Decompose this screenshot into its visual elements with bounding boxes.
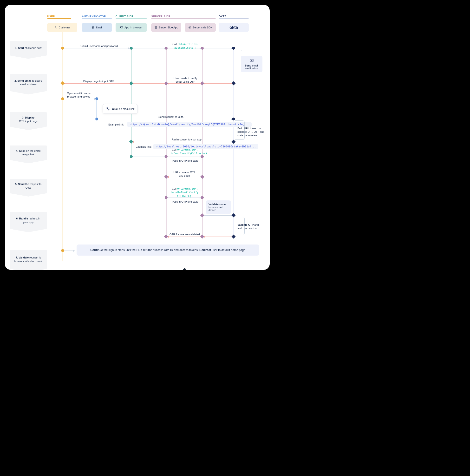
life-serverapp (166, 48, 167, 238)
step-6: 6. Handle redirect in your app (10, 212, 47, 229)
lane-user-box-label: Customer (59, 26, 70, 29)
gear-icon (188, 26, 191, 29)
label-openemail: Open email in same browser and device (65, 92, 92, 99)
dot-auth-5 (95, 118, 98, 120)
dot-okta-5 (232, 118, 235, 120)
arr-user-banner (64, 251, 75, 251)
server-icon (154, 26, 157, 29)
label-passin2: Pass in OTP and state (172, 200, 198, 203)
lane-user-box: Customer (47, 23, 77, 32)
lane-auth-bar (82, 18, 112, 19)
step-2: 2. Send email to user's email address (10, 74, 47, 91)
step-5: 5. Send the request to Okta (10, 179, 47, 193)
label-buildurl: Build URL based on callback URI, OTP and… (237, 127, 266, 137)
dot-okta-1 (232, 47, 235, 50)
arr-client-app-7 (133, 157, 165, 157)
lane-serversdk-box-label: Server-side SDK (193, 26, 212, 29)
label-verifyotp: User needs to verify email using OTP (171, 77, 200, 84)
person-icon (54, 26, 57, 29)
dot-serversdk-1 (201, 47, 204, 50)
step-1: 1. Start challenge flow (10, 41, 47, 55)
life-serversdk (202, 48, 203, 238)
arrow-client-server (133, 48, 165, 49)
lane-serverapp-box: Server-Side App (151, 23, 181, 32)
dot-serverapp-1 (165, 47, 168, 50)
callout-send-email: Send email verification (241, 56, 262, 72)
dot-client-1 (130, 47, 133, 50)
label-ex2: Example link: (136, 145, 151, 148)
d-client-3 (129, 81, 133, 85)
dot-sdk-8 (201, 196, 204, 199)
lane-user-title: USER (47, 15, 55, 18)
codebox-ex2: http://localhost:8080/login/callback?otp… (153, 144, 258, 149)
callout-validate-same: Validate same browser and device (206, 200, 231, 214)
label-call1: Call OktaAuth.idx. authenticate() (172, 42, 199, 50)
label-ex1: Example link: (108, 123, 124, 126)
label-passin1: Pass in OTP and state (172, 159, 198, 162)
lane-serversdk-box: Server-side SDK (185, 23, 216, 32)
label-displayotp: Display page to input OTP (80, 80, 118, 83)
label-validateotp: Validate OTP and state parameters (237, 223, 264, 230)
lane-user-bar (47, 18, 71, 19)
d-okta-6 (232, 140, 236, 144)
d-sdk-3 (200, 81, 204, 85)
mail-icon (249, 58, 254, 63)
arr-app-client-3 (133, 83, 165, 84)
banner-complete: Continue the sign-in steps until the SDK… (77, 244, 259, 255)
lane-auth-title: AUTHENTICATOR (82, 15, 106, 18)
label-call3: Call OktaAuth.idx. handleEmailVerify Cal… (170, 187, 199, 198)
svg-rect-2 (120, 27, 123, 28)
svg-rect-3 (155, 27, 157, 27)
label-urlcontains: URL contains OTP and state (172, 170, 196, 178)
lane-client-bar (115, 18, 147, 19)
step-7: 7. Validate request is from a verificati… (10, 250, 47, 269)
step-4: 4. Click on the email magic link (10, 146, 47, 160)
d-okta-9 (232, 235, 236, 239)
arr-okta-client-6 (133, 142, 232, 142)
lane-client-title: CLIENT-SIDE (115, 15, 133, 18)
lane-serverapp-box-label: Server-Side App (159, 26, 178, 29)
okta-logo: okta (229, 25, 238, 30)
label-sendreq: Send request to Okta (154, 115, 188, 119)
dot-client-7 (130, 155, 133, 158)
d-app-9 (164, 235, 168, 239)
life-auth (96, 98, 97, 120)
step-3: 3. Display OTP input page (10, 112, 47, 127)
d-okta-3 (232, 81, 236, 85)
arr-auth-okta-5 (98, 119, 232, 119)
arr-user-auth-4 (64, 99, 95, 99)
arrow-sdk-okta (204, 48, 232, 49)
svg-rect-4 (155, 28, 157, 28)
d-user-3 (61, 81, 65, 85)
svg-point-0 (55, 27, 56, 27)
arr-client-user-3 (64, 83, 130, 84)
callout-click-magic: Click on magic link (103, 104, 138, 114)
arr-okta-sdk-3 (204, 83, 232, 84)
d-sdk-9 (200, 235, 204, 239)
dot-user-1 (61, 47, 64, 50)
dot-app-8 (165, 196, 168, 199)
window-icon (120, 26, 123, 29)
dot-auth-4 (95, 97, 98, 100)
dot-sdk-7 (201, 155, 204, 158)
lane-okta-title: OKTA (219, 15, 226, 18)
life-user (62, 32, 63, 261)
lane-auth-box-label: Email (96, 26, 103, 29)
d-app-7b (164, 175, 168, 179)
lane-server-title: SERVER SIDE (151, 15, 170, 18)
lane-client-box-label: App In-browser (125, 26, 143, 29)
diagram-canvas: USER AUTHENTICATOR CLIENT-SIDE SERVER SI… (5, 5, 270, 270)
lane-okta-bar (219, 18, 249, 19)
arr-sdk-app-9 (168, 237, 201, 237)
arr-sdk-okta-8 (204, 215, 232, 216)
lane-server-bar (151, 18, 216, 19)
arr-app-sdk-7 (168, 157, 201, 157)
svg-point-5 (190, 27, 190, 28)
lane-okta-box: okta (219, 23, 249, 32)
label-redirect: Redirect user to your app (169, 138, 205, 141)
d-sdk-7b (200, 175, 204, 179)
d-client-6 (129, 140, 133, 144)
dot-app-7 (165, 155, 168, 158)
globe-icon (92, 26, 94, 29)
dot-user-9 (61, 249, 64, 252)
